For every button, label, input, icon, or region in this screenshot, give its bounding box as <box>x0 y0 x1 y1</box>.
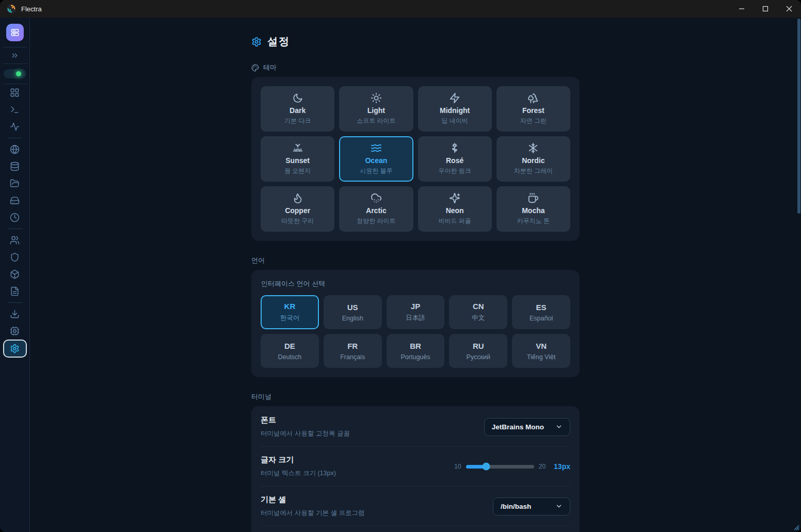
theme-grid: Dark 기본 다크 Light 소프트 라이트 Midnight 딥 네이비 <box>261 86 570 232</box>
resize-grip[interactable] <box>792 523 799 530</box>
status-toggle[interactable] <box>4 69 26 78</box>
cloud-snow-icon <box>371 192 382 204</box>
theme-card-mocha[interactable]: Mocha 카푸치노 톤 <box>496 186 570 232</box>
sidebar-app-button[interactable] <box>6 24 24 41</box>
chevron-down-icon <box>555 423 563 430</box>
theme-card-copper[interactable]: Copper 따뜻한 구리 <box>261 186 334 232</box>
shell-desc: 터미널에서 사용할 기본 셸 프로그램 <box>261 509 364 518</box>
terminal-icon <box>10 105 20 115</box>
sidebar-item-downloads[interactable] <box>3 305 27 323</box>
maximize-icon <box>762 6 768 12</box>
theme-card-ocean[interactable]: Ocean 시원한 블루 <box>339 136 413 182</box>
shell-label: 기본 셸 <box>261 495 364 505</box>
language-picker-label: 인터페이스 언어 선택 <box>261 279 570 288</box>
database-icon <box>10 162 20 171</box>
shield-icon <box>10 252 20 262</box>
minimize-icon <box>739 6 745 12</box>
sidebar-item-storage[interactable] <box>3 192 27 209</box>
theme-card-neon[interactable]: Neon 비비드 퍼플 <box>418 186 492 232</box>
fontsize-value: 13px <box>554 462 570 471</box>
theme-card-arctic[interactable]: Arctic 청량한 라이트 <box>339 186 413 232</box>
font-select[interactable]: JetBrains Mono <box>484 418 570 436</box>
shell-select[interactable]: /bin/bash <box>493 497 570 515</box>
maximize-button[interactable] <box>754 0 777 18</box>
moon-icon <box>292 92 303 104</box>
language-card-es[interactable]: ES Español <box>512 295 570 329</box>
sidebar-item-security[interactable] <box>3 249 27 266</box>
sidebar-item-logs[interactable] <box>3 283 27 300</box>
app-window: Flectra <box>0 0 801 532</box>
language-card-vn[interactable]: VN Tiếng Việt <box>512 334 570 368</box>
terminal-fontsize-row: 글자 크기 터미널 텍스트 크기 (13px) 10 20 13px <box>261 447 570 487</box>
sidebar-item-system[interactable] <box>3 323 27 340</box>
slider-max-label: 20 <box>539 463 546 470</box>
sun-icon <box>371 92 382 104</box>
file-text-icon <box>10 286 20 296</box>
language-card-ru[interactable]: RU Русский <box>449 334 507 368</box>
theme-card-nordic[interactable]: Nordic 차분한 그레이 <box>496 136 570 182</box>
globe-icon <box>10 144 20 154</box>
trees-icon <box>527 92 539 104</box>
coffee-icon <box>527 192 539 204</box>
sparkles-icon <box>449 192 460 204</box>
language-card-br[interactable]: BR Português <box>387 334 445 368</box>
terminal-shell-row: 기본 셸 터미널에서 사용할 기본 셸 프로그램 /bin/bash <box>261 487 570 526</box>
terminal-font-row: 폰트 터미널에서 사용할 고정폭 글꼴 JetBrains Mono <box>261 407 570 447</box>
fontsize-slider[interactable] <box>466 465 534 469</box>
package-icon <box>10 269 20 279</box>
hard-drive-icon <box>10 196 20 205</box>
language-section-label: 언어 <box>251 256 580 265</box>
language-card-fr[interactable]: FR Français <box>324 334 382 368</box>
gear-icon <box>251 37 262 47</box>
settings-icon <box>10 344 20 353</box>
theme-section-label: 테마 <box>251 63 580 72</box>
language-card-de[interactable]: DE Deutsch <box>261 334 319 368</box>
sidebar-item-terminal[interactable] <box>3 101 27 118</box>
clock-icon <box>10 213 20 222</box>
theme-card-forest[interactable]: Forest 자연 그린 <box>496 86 570 132</box>
activity-icon <box>10 122 20 132</box>
close-button[interactable] <box>777 0 801 18</box>
snowflake-icon <box>527 142 539 154</box>
slider-knob[interactable] <box>483 463 490 471</box>
fontsize-label: 글자 크기 <box>261 455 336 465</box>
sidebar-item-settings[interactable] <box>3 340 27 358</box>
sidebar-item-files[interactable] <box>3 175 27 192</box>
sidebar-item-history[interactable] <box>3 209 27 226</box>
language-card-kr[interactable]: KR 한국어 <box>261 295 319 329</box>
chevrons-right-icon <box>10 51 19 60</box>
zap-icon <box>449 92 460 104</box>
page-title: 설정 <box>267 35 290 49</box>
sidebar-item-database[interactable] <box>3 158 27 175</box>
theme-card-midnight[interactable]: Midnight 딥 네이비 <box>418 86 492 132</box>
users-icon <box>10 235 20 245</box>
font-label: 폰트 <box>261 415 350 425</box>
sidebar-item-activity[interactable] <box>3 118 27 135</box>
main-area: 설정 테마 Dark 기본 다크 <box>30 18 801 532</box>
language-card-jp[interactable]: JP 日本語 <box>387 295 445 329</box>
flower-icon <box>449 142 460 154</box>
sidebar <box>0 18 30 532</box>
layout-grid-icon <box>10 88 20 98</box>
sunset-icon <box>292 142 303 154</box>
sidebar-expand-button[interactable] <box>3 47 27 63</box>
status-dot <box>16 71 21 76</box>
close-icon <box>786 6 792 12</box>
theme-card-light[interactable]: Light 소프트 라이트 <box>339 86 413 132</box>
font-desc: 터미널에서 사용할 고정폭 글꼴 <box>261 429 350 438</box>
theme-card-sunset[interactable]: Sunset 웜 오렌지 <box>261 136 334 182</box>
theme-card-dark[interactable]: Dark 기본 다크 <box>261 86 334 132</box>
scrollbar-thumb[interactable] <box>797 19 800 214</box>
minimize-button[interactable] <box>730 0 754 18</box>
server-icon <box>10 28 20 37</box>
sidebar-item-network[interactable] <box>3 141 27 158</box>
theme-card-rose[interactable]: Rosé 우아한 핑크 <box>418 136 492 182</box>
sidebar-item-users[interactable] <box>3 232 27 249</box>
sidebar-item-packages[interactable] <box>3 266 27 283</box>
language-card-us[interactable]: US English <box>324 295 382 329</box>
slider-min-label: 10 <box>454 463 461 470</box>
folder-open-icon <box>10 179 20 188</box>
sidebar-item-dashboard[interactable] <box>3 84 27 101</box>
language-card-cn[interactable]: CN 中文 <box>449 295 507 329</box>
app-logo-icon <box>6 4 17 14</box>
